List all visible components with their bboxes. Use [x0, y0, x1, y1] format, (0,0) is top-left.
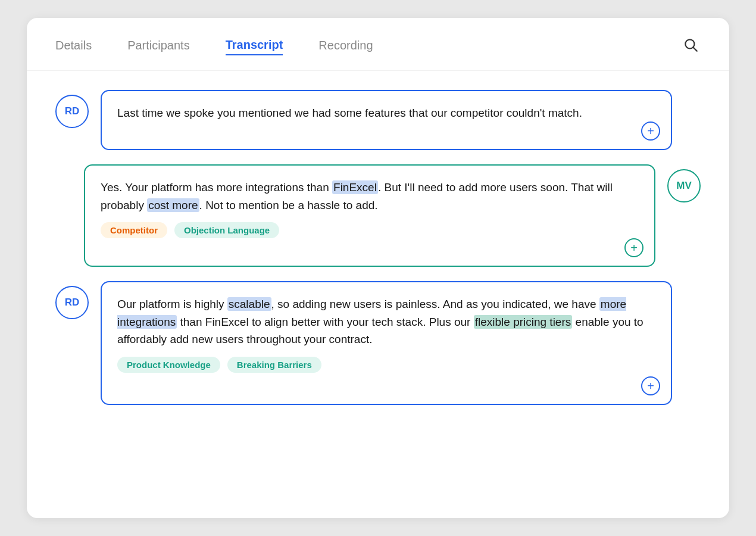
- bubble-text-2: Yes. Your platform has more integrations…: [101, 180, 613, 211]
- message-row-2: MV Yes. Your platform has more integrati…: [55, 164, 701, 267]
- highlight-finexcel: FinExcel: [332, 180, 378, 194]
- bubble-text-3: Our platform is highly scalable, so addi…: [117, 297, 643, 345]
- highlight-flexible-pricing: flexible pricing tiers: [474, 315, 573, 329]
- transcript-content: RD Last time we spoke you mentioned we h…: [27, 71, 729, 405]
- add-note-button-1[interactable]: +: [641, 121, 660, 141]
- search-button[interactable]: [680, 35, 701, 58]
- bubble-3: Our platform is highly scalable, so addi…: [101, 281, 672, 404]
- add-note-button-2[interactable]: +: [624, 238, 643, 257]
- tabs-bar: Details Participants Transcript Recordin…: [27, 18, 729, 71]
- tags-row-2: Competitor Objection Language: [101, 222, 639, 238]
- bubble-text-1: Last time we spoke you mentioned we had …: [117, 107, 582, 119]
- avatar-rd-2: RD: [55, 286, 89, 319]
- tag-objection-language: Objection Language: [174, 222, 279, 238]
- main-card: Details Participants Transcript Recordin…: [27, 18, 729, 518]
- svg-line-1: [693, 48, 697, 51]
- tags-row-3: Product Knowledge Breaking Barriers: [117, 357, 655, 373]
- tag-competitor: Competitor: [101, 222, 167, 238]
- tag-breaking-barriers: Breaking Barriers: [227, 357, 321, 373]
- tab-details[interactable]: Details: [55, 39, 92, 55]
- bubble-1: Last time we spoke you mentioned we had …: [101, 90, 672, 150]
- message-row-1: RD Last time we spoke you mentioned we h…: [55, 90, 701, 150]
- add-note-button-3[interactable]: +: [641, 376, 660, 395]
- highlight-scalable: scalable: [227, 297, 271, 311]
- search-icon: [683, 37, 698, 52]
- tab-transcript[interactable]: Transcript: [226, 38, 283, 55]
- tab-recording[interactable]: Recording: [318, 39, 373, 55]
- highlight-cost-more: cost more: [147, 198, 199, 212]
- bubble-2: Yes. Your platform has more integrations…: [84, 164, 655, 267]
- message-row-3: RD Our platform is highly scalable, so a…: [55, 281, 701, 404]
- avatar-mv: MV: [667, 169, 701, 202]
- tab-participants[interactable]: Participants: [127, 39, 190, 55]
- avatar-rd-1: RD: [55, 95, 89, 128]
- tag-product-knowledge: Product Knowledge: [117, 357, 220, 373]
